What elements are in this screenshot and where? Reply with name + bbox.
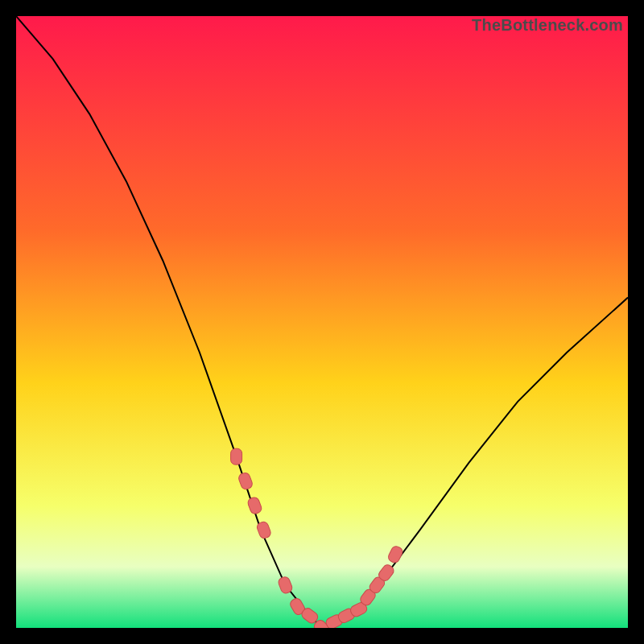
watermark-text: TheBottleneck.com	[472, 16, 623, 35]
gradient-background	[16, 16, 628, 628]
bottleneck-chart-svg	[16, 16, 628, 628]
chart-frame: TheBottleneck.com	[16, 16, 628, 628]
curve-marker	[231, 448, 242, 464]
plot-area	[16, 16, 628, 628]
